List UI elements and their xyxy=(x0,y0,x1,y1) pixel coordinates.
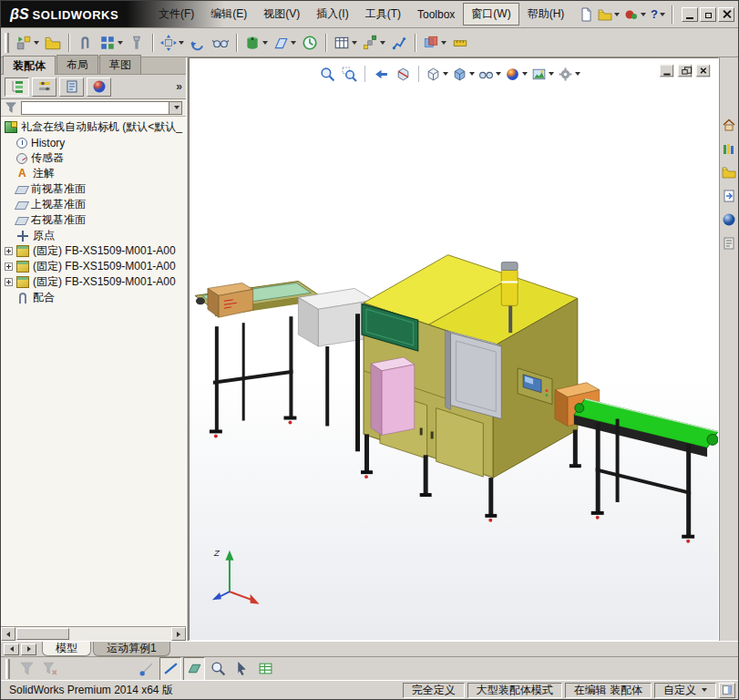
open-part-button[interactable] xyxy=(42,31,64,55)
interference-detection-button[interactable] xyxy=(421,31,448,55)
measure-button[interactable] xyxy=(449,31,471,55)
display-style-button[interactable] xyxy=(451,64,476,84)
assembly-features-button[interactable] xyxy=(242,31,270,55)
tree-item-annotations[interactable]: 注解 xyxy=(5,166,186,181)
explode-line-sketch-button[interactable] xyxy=(388,31,410,55)
tab-scroll-left-button[interactable] xyxy=(4,643,19,655)
insert-components-button[interactable] xyxy=(14,31,41,55)
appearances-scenes-button[interactable] xyxy=(721,211,738,228)
new-document-button[interactable] xyxy=(577,4,595,25)
status-custom-dropdown[interactable]: 自定义 xyxy=(654,683,716,698)
tree-item-component-1[interactable]: (固定) FB-XS1509-M001-A00 xyxy=(5,243,186,259)
linear-component-pattern-button[interactable] xyxy=(98,31,125,55)
tab-model[interactable]: 模型 xyxy=(42,642,91,656)
more-tabs-chevron-icon[interactable] xyxy=(176,80,182,93)
menu-view[interactable]: 视图(V) xyxy=(255,3,308,26)
close-document-button[interactable] xyxy=(696,65,710,77)
toolbar-grip[interactable] xyxy=(5,33,9,53)
tab-motion-study-1[interactable]: 运动算例1 xyxy=(93,642,170,656)
design-library-button[interactable] xyxy=(721,139,738,157)
view-orientation-icon xyxy=(426,67,441,82)
tree-item-right-plane[interactable]: 右视基准面 xyxy=(5,212,186,228)
tab-assembly[interactable]: 装配体 xyxy=(3,56,56,75)
tab-layout[interactable]: 布局 xyxy=(56,55,98,74)
solidworks-resources-button[interactable] xyxy=(721,116,738,133)
view-palette-button[interactable] xyxy=(721,187,738,204)
scrollbar-thumb[interactable] xyxy=(16,628,69,640)
menu-edit[interactable]: 编辑(E) xyxy=(202,3,255,26)
tree-filter-input[interactable] xyxy=(21,101,182,115)
filter-off-button[interactable] xyxy=(15,657,37,681)
task-pane-toggle-button[interactable] xyxy=(719,683,735,698)
toolbar-grip[interactable] xyxy=(5,659,10,679)
tree-item-origin[interactable]: 原点 xyxy=(5,228,186,243)
tree-item-sensors[interactable]: 传感器 xyxy=(5,150,186,166)
rotate-component-button[interactable] xyxy=(187,31,209,55)
expand-icon[interactable] xyxy=(5,278,13,286)
configurationmanager-tab[interactable] xyxy=(59,77,84,97)
minimize-icon xyxy=(686,17,693,19)
select-tool-button[interactable] xyxy=(231,657,252,681)
menu-help[interactable]: 帮助(H) xyxy=(519,3,573,26)
mate-button[interactable] xyxy=(75,31,97,55)
graphics-area[interactable]: Z xyxy=(189,57,719,641)
tree-item-mates[interactable]: 配合 xyxy=(5,290,186,305)
minimize-document-button[interactable] xyxy=(660,65,673,77)
appearances-tab[interactable] xyxy=(87,77,111,97)
custom-properties-button[interactable] xyxy=(721,234,738,252)
new-document-icon xyxy=(579,7,593,22)
filter-edges-button[interactable] xyxy=(159,657,181,681)
filter-faces-button[interactable] xyxy=(183,657,205,681)
tree-item-component-3[interactable]: (固定) FB-XS1509-M001-A00 xyxy=(5,274,186,290)
tab-sketch[interactable]: 草图 xyxy=(99,55,141,74)
exploded-view-button[interactable] xyxy=(360,31,387,55)
scroll-left-button[interactable] xyxy=(1,627,15,641)
menu-file[interactable]: 文件(F) xyxy=(150,3,202,26)
tree-item-top-plane[interactable]: 上视基准面 xyxy=(5,197,186,212)
tree-item-root[interactable]: 礼盒在线自动贴标机 (默认<默认_ xyxy=(5,119,186,135)
new-motion-study-button[interactable] xyxy=(299,31,321,55)
move-component-button[interactable] xyxy=(159,31,186,55)
propertymanager-tab[interactable] xyxy=(32,77,56,97)
section-view-button[interactable] xyxy=(393,64,413,84)
reference-geometry-button[interactable] xyxy=(271,31,298,55)
file-explorer-button[interactable] xyxy=(721,163,738,180)
zoom-to-area-icon xyxy=(342,67,357,82)
show-hidden-components-button[interactable] xyxy=(210,31,231,55)
edit-appearance-button[interactable] xyxy=(504,64,529,84)
close-window-button[interactable] xyxy=(718,7,734,22)
menu-tools[interactable]: 工具(T) xyxy=(357,3,409,26)
minimize-window-button[interactable] xyxy=(682,7,698,22)
zoom-fit-button[interactable] xyxy=(317,64,337,84)
menu-window[interactable]: 窗口(W) xyxy=(463,3,518,26)
previous-view-button[interactable] xyxy=(371,64,391,84)
menu-toolbox[interactable]: Toolbox xyxy=(409,5,463,25)
tree-item-component-2[interactable]: (固定) FB-XS1509-M001-A00 xyxy=(5,259,186,274)
view-orientation-button[interactable] xyxy=(425,64,449,84)
smart-fasteners-button[interactable] xyxy=(126,31,148,55)
filter-dropdown-button[interactable] xyxy=(169,102,181,114)
magnified-selection-button[interactable] xyxy=(207,657,229,681)
scroll-right-button[interactable] xyxy=(171,627,186,641)
restore-window-button[interactable] xyxy=(700,7,716,22)
help-button[interactable] xyxy=(649,4,667,25)
quick-filters-button[interactable] xyxy=(39,657,61,681)
restore-document-button[interactable] xyxy=(678,65,692,77)
apply-scene-button[interactable] xyxy=(530,64,555,84)
expand-icon[interactable] xyxy=(5,262,13,271)
open-document-button[interactable] xyxy=(596,4,621,25)
tab-scroll-right-button[interactable] xyxy=(21,643,36,655)
hide-show-items-button[interactable] xyxy=(477,64,502,84)
bill-of-materials-button[interactable] xyxy=(332,31,359,55)
featuremanager-tree-tab[interactable] xyxy=(5,77,29,97)
tree-item-front-plane[interactable]: 前视基准面 xyxy=(5,181,186,197)
zoom-to-area-button[interactable] xyxy=(339,64,359,84)
view-settings-button[interactable] xyxy=(557,64,581,84)
expand-icon[interactable] xyxy=(5,247,13,255)
filter-vertices-button[interactable] xyxy=(136,657,158,681)
quantity-table-button[interactable] xyxy=(254,657,276,681)
horizontal-scrollbar[interactable] xyxy=(1,626,186,641)
solidworks-tools-button[interactable] xyxy=(622,4,648,25)
menu-insert[interactable]: 插入(I) xyxy=(308,3,356,26)
tree-item-history[interactable]: History xyxy=(5,135,186,150)
